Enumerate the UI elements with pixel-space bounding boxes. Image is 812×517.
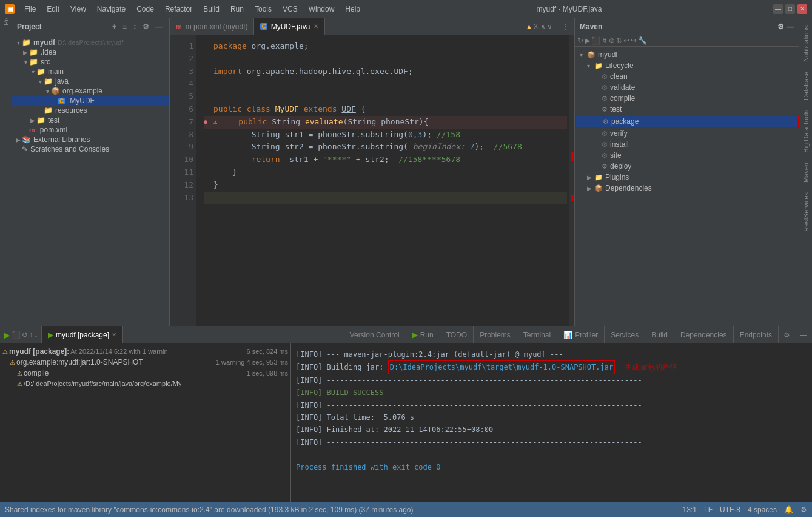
menu-help[interactable]: Help [340, 4, 365, 15]
bigdata-strip[interactable]: Big Data Tools [801, 105, 811, 158]
maven-item-site[interactable]: ⚙ site [575, 150, 799, 161]
tree-item-scratches[interactable]: ✎ Scratches and Consoles [12, 144, 169, 154]
database-strip[interactable]: Database [801, 67, 811, 105]
maven-settings-icon[interactable]: ⚙ [777, 22, 784, 31]
menu-edit[interactable]: Edit [42, 4, 64, 15]
maven-expand-icon[interactable]: ↪ [631, 36, 637, 45]
maven-toggle-icon[interactable]: ⊘ [609, 36, 615, 45]
output-line-10: Process finished with exit code 0 [296, 461, 807, 473]
menu-tools[interactable]: Tools [250, 4, 277, 15]
restservices-strip[interactable]: RestServices [801, 188, 811, 237]
maven-collapse-icon[interactable]: ↩ [623, 36, 629, 45]
tabs-menu-button[interactable]: ⋮ [557, 18, 574, 35]
tab-myudf[interactable]: C MyUDF.java ✕ [254, 18, 325, 35]
menu-window[interactable]: Window [304, 4, 340, 15]
maven-item-root[interactable]: ▾ 📦 myudf [575, 49, 799, 60]
bottom-tab-terminal[interactable]: Terminal [517, 326, 557, 343]
tab-pom[interactable]: m m pom.xml (myudf) [170, 18, 254, 35]
tree-item-idea[interactable]: ▶ 📁 .idea [12, 47, 169, 57]
maven-strip[interactable]: Maven [801, 158, 811, 188]
tree-item-src[interactable]: ▾ 📁 src [12, 57, 169, 67]
tree-item-org-example[interactable]: ▾ 📦 org.example [12, 86, 169, 96]
annotation-icon-7: ⚠ [213, 117, 217, 127]
run-tree-sub1[interactable]: ⚠ org.example:myudf:jar:1.0-SNAPSHOT 1 w… [0, 357, 290, 368]
add-icon[interactable]: + [110, 22, 118, 32]
tab-close-myudf[interactable]: ✕ [314, 23, 318, 30]
bottom-tab-profiler[interactable]: 📊 Profiler [557, 326, 605, 343]
bottom-tab-run[interactable]: ▶ myudf [package] ✕ [42, 326, 123, 343]
tree-item-main[interactable]: ▾ 📁 main [12, 67, 169, 76]
maven-wrench-icon[interactable]: 🔧 [638, 36, 647, 45]
maven-item-test[interactable]: ⚙ test [575, 104, 799, 115]
menu-file[interactable]: File [19, 4, 41, 15]
bottom-tab-run2[interactable]: ▶ Run [406, 326, 440, 343]
nav-up-icon[interactable]: ∧ [540, 22, 546, 31]
run-tree-sub2[interactable]: ⚠ compile 1 sec, 898 ms [0, 368, 290, 379]
tree-item-test[interactable]: ▶ 📁 test [12, 115, 169, 125]
tree-item-ext-libs[interactable]: ▶ 📚 External Libraries [12, 135, 169, 144]
bottom-tab-dependencies[interactable]: Dependencies [674, 326, 734, 343]
bottom-settings-icon[interactable]: ⚙ [779, 326, 795, 343]
bottom-tab-endpoints[interactable]: Endpoints [734, 326, 779, 343]
menu-vcs[interactable]: VCS [278, 4, 303, 15]
maven-run-icon[interactable]: ▶ [585, 36, 590, 45]
maven-item-dependencies[interactable]: ▶ 📦 Dependencies [575, 183, 799, 194]
tree-item-java[interactable]: ▾ 📁 java [12, 76, 169, 86]
maven-item-plugins[interactable]: ▶ 📁 Plugins [575, 172, 799, 183]
menu-run[interactable]: Run [226, 4, 249, 15]
prev-button[interactable]: ↑ [29, 331, 33, 339]
tree-item-myudf[interactable]: ▾ 📁 myudf D:\IdeaProjects\myudf [12, 38, 169, 47]
menu-build[interactable]: Build [198, 4, 224, 15]
collapse-icon[interactable]: ↕ [131, 22, 138, 32]
settings-status-icon[interactable]: ⚙ [800, 505, 807, 514]
bottom-tab-build[interactable]: Build [645, 326, 674, 343]
maven-item-lifecycle[interactable]: ▾ 📁 Lifecycle [575, 60, 799, 71]
stop-button[interactable]: ⬛ [12, 331, 21, 339]
maven-refresh-icon[interactable]: ↻ [577, 36, 583, 45]
maven-item-clean[interactable]: ⚙ clean [575, 71, 799, 82]
maven-item-deploy[interactable]: ⚙ deploy [575, 161, 799, 172]
maven-hide-icon[interactable]: — [787, 22, 794, 31]
run-tree-sub3[interactable]: ⚠ /D:/IdeaProjects/myudf/src/main/java/o… [0, 379, 290, 388]
settings-icon[interactable]: ⚙ [141, 22, 151, 32]
menu-refactor[interactable]: Refactor [160, 4, 197, 15]
maven-item-install[interactable]: ⚙ install [575, 139, 799, 150]
bottom-tab-version-control[interactable]: Version Control [344, 326, 406, 343]
run-tab-close[interactable]: ✕ [112, 331, 116, 338]
maven-item-package[interactable]: ⚙ package 双击 [575, 115, 799, 128]
maven-stop-icon[interactable]: ⬛ [591, 36, 600, 45]
rerun-button[interactable]: ↺ [22, 331, 28, 339]
bottom-hide-icon[interactable]: — [795, 326, 812, 343]
tree-options-icon[interactable]: ≡ [121, 22, 129, 32]
close-button[interactable]: ✕ [797, 4, 807, 14]
maven-item-validate[interactable]: ⚙ validate [575, 82, 799, 93]
project-strip-icon[interactable]: Project [1, 21, 11, 30]
menu-navigate[interactable]: Navigate [92, 4, 130, 15]
menu-code[interactable]: Code [132, 4, 159, 15]
minimize-button[interactable]: — [773, 4, 783, 14]
editor-content: 12345 678910 111213 package org.example; [170, 35, 574, 326]
maven-skip-icon[interactable]: ↯ [602, 36, 608, 45]
maven-label-package: package [611, 117, 639, 126]
tree-item-resources[interactable]: 📁 resources [12, 106, 169, 115]
nav-down-icon[interactable]: ∨ [547, 22, 552, 31]
hide-icon[interactable]: — [153, 22, 164, 32]
tree-item-pom[interactable]: m pom.xml [12, 125, 169, 135]
editor-scrollbar[interactable] [569, 35, 574, 326]
maven-item-verify[interactable]: ⚙ verify [575, 128, 799, 139]
maven-sort-icon[interactable]: ⇅ [616, 36, 622, 45]
vcs-icon[interactable]: 🔔 [784, 505, 793, 514]
output-line-1: [INFO] --- maven-jar-plugin:2.4:jar (def… [296, 348, 807, 360]
bottom-tab-services[interactable]: Services [605, 326, 645, 343]
maximize-button[interactable]: □ [785, 4, 795, 14]
notifications-strip[interactable]: Notifications [801, 21, 811, 67]
bottom-tab-problems[interactable]: Problems [474, 326, 517, 343]
maven-item-compile[interactable]: ⚙ compile [575, 93, 799, 104]
run-button[interactable]: ▶ [4, 330, 10, 340]
menu-view[interactable]: View [65, 4, 91, 15]
code-editor[interactable]: package org.example; import org.apache.h… [196, 35, 574, 326]
bottom-tab-todo[interactable]: TODO [440, 326, 474, 343]
tree-item-MyUDF[interactable]: C MyUDF [12, 96, 169, 106]
next-button[interactable]: ↓ [34, 331, 38, 339]
warning-indicator: ▲ 3 ∧ ∨ [520, 18, 557, 35]
